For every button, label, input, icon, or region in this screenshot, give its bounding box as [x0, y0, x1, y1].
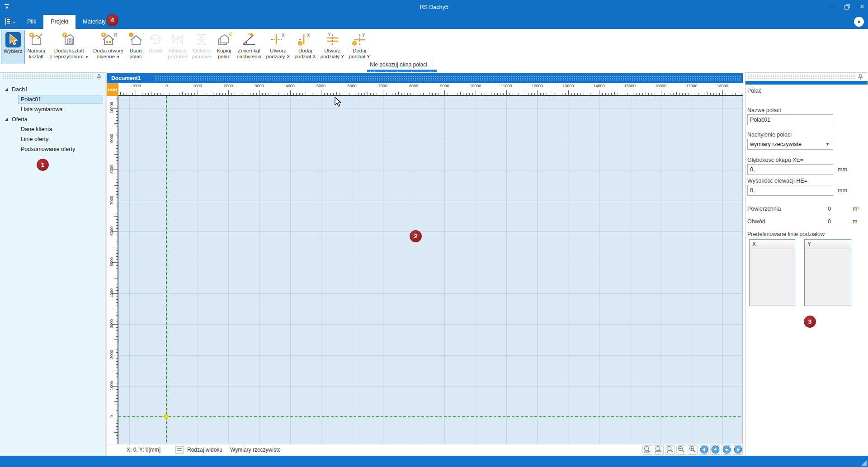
remove-roof-icon: −: [128, 31, 143, 48]
pan-right-button[interactable]: [733, 445, 743, 455]
ribbon-button-label: Odbiciepionowe: [192, 48, 212, 60]
ribbon-button-add-division-y[interactable]: Y+Dodajpodział Y: [347, 30, 373, 64]
chevron-down-icon: ▾: [13, 20, 15, 24]
minimize-button[interactable]: —: [824, 0, 839, 14]
pan-up-button[interactable]: [710, 445, 720, 455]
name-input[interactable]: [747, 114, 833, 125]
ribbon-button-create-divisions-x[interactable]: XUtwórzpodziały X: [264, 30, 292, 64]
roof-properties-panel: Połać Nazwa połaci Nachylenie połaci wym…: [745, 72, 867, 456]
drawing-canvas[interactable]: [118, 96, 743, 444]
ribbon-button-add-division-x[interactable]: X+Dodajpodział X: [292, 30, 318, 64]
ribbon-button-label: Usuńpołać: [129, 48, 142, 60]
ribbon-button-label: Wybierz: [4, 48, 22, 54]
draw-shape-icon: +: [28, 31, 44, 48]
ribbon-button-copy-roof[interactable]: CKopiujpołać: [213, 30, 234, 64]
perimeter-unit: m: [853, 218, 857, 225]
annotation-badge-1: 1: [37, 159, 49, 171]
pan-left-button[interactable]: [699, 445, 709, 455]
mirror-vertical-icon: [194, 31, 209, 48]
document-tab-bar[interactable]: Document1: [107, 73, 743, 83]
slope-label: Nachylenie połaci: [747, 132, 792, 138]
eaves-depth-input[interactable]: [747, 164, 833, 175]
ribbon-button-draw-shape[interactable]: +Narysujkształt: [25, 30, 47, 64]
pin-icon[interactable]: [857, 74, 863, 80]
ribbon-button-create-divisions-y[interactable]: YUtwórzpodziały Y: [318, 30, 347, 64]
divisions-y-listbox[interactable]: Y: [804, 239, 851, 306]
zoom-selection-button[interactable]: I: [665, 445, 675, 455]
app-menu-button[interactable]: ▾: [3, 16, 18, 28]
pan-down-button[interactable]: [722, 445, 731, 455]
ribbon-button-shape-repository[interactable]: R+Dodaj kształtz repozytorium ▼: [47, 30, 91, 64]
slope-dropdown[interactable]: wymiary rzeczywiste ▼: [747, 139, 833, 150]
document-tab[interactable]: Document1: [111, 73, 141, 83]
tree-item-linie-oferty[interactable]: Linie oferty: [0, 134, 105, 144]
svg-text:I: I: [667, 450, 668, 453]
close-button[interactable]: ✕: [856, 0, 868, 14]
ribbon-button-remove-roof[interactable]: −Usuńpołać: [126, 30, 146, 64]
h-ruler-label: 17000: [686, 84, 697, 88]
toggle-0[interactable]: Nie pokazuj okna połaci: [367, 61, 430, 69]
tree-item-podsumowanie-oferty[interactable]: Podsumowanie oferty: [0, 144, 105, 154]
mouse-cursor: [334, 97, 342, 108]
v-ruler-label: 8000: [109, 160, 114, 178]
view-type-icon: [175, 446, 184, 454]
elevation-height-input[interactable]: [747, 185, 833, 196]
ribbon-button-select-cursor[interactable]: Wybierz: [1, 30, 25, 64]
zoom-selection-icon: I: [666, 445, 674, 455]
predefined-divisions-label: Predefiniowane linie podziałów: [747, 231, 825, 237]
annotation-badge-3: 3: [804, 316, 816, 328]
ribbon-button-window-openings[interactable]: R+Dodaj otworyokienne ▼: [91, 30, 126, 64]
tree-expander-icon[interactable]: [5, 88, 8, 91]
h-ruler-label: -1000: [131, 84, 141, 88]
zoom-100-button[interactable]: 100: [642, 445, 652, 455]
tab-projekt[interactable]: Projekt: [43, 15, 75, 29]
add-division-y-icon: Y+: [351, 31, 368, 48]
divisions-x-listbox[interactable]: X: [749, 239, 795, 306]
zoom-out-button[interactable]: [676, 445, 686, 455]
tree-item-połać01[interactable]: Połać01: [0, 94, 105, 104]
ribbon-button-label: Narysujkształt: [27, 48, 45, 60]
tree-item-dach1[interactable]: Dach1: [0, 85, 105, 94]
tab-plik[interactable]: Plik: [20, 15, 43, 29]
pin-icon[interactable]: [96, 74, 102, 80]
divisions-x-header: X: [750, 240, 795, 249]
v-ruler-label: 0: [109, 407, 114, 425]
area-label: Powierzchnia: [747, 206, 781, 212]
zoom-100-icon: 100: [643, 445, 651, 455]
h-ruler-label: 10000: [470, 84, 481, 88]
h-ruler-label: 13000: [562, 84, 574, 88]
quick-access-customize-icon[interactable]: ▼: [4, 4, 10, 10]
window-title: RS Dachy5: [0, 0, 868, 15]
v-ruler-label: 7000: [109, 191, 114, 209]
tree-item-oferta[interactable]: Oferta: [0, 114, 105, 124]
h-ruler-label: 16000: [655, 84, 666, 88]
name-label: Nazwa połaci: [747, 107, 781, 113]
h-ruler-label: 15000: [624, 84, 636, 88]
create-divisions-x-icon: X: [270, 31, 286, 48]
svg-text:R: R: [68, 39, 72, 44]
zoom-page-width-button[interactable]: [654, 445, 664, 455]
panel-drag-strip[interactable]: [747, 74, 855, 80]
view-type-value[interactable]: Wymiary rzeczywiste: [230, 444, 281, 456]
area-value: 0: [828, 206, 831, 212]
ribbon-button-label: Obróć: [148, 48, 162, 54]
ribbon-tab-row: ▾ PlikProjektMateriały: [0, 15, 868, 29]
zoom-in-button[interactable]: [688, 445, 698, 455]
collapse-ribbon-button[interactable]: ▲: [854, 17, 864, 27]
restore-button[interactable]: [840, 0, 855, 14]
v-ruler-label: 1000: [109, 377, 114, 395]
zoom-toolbar: 100I: [642, 445, 743, 455]
resize-grip[interactable]: [861, 460, 867, 466]
v-ruler-label: 10000: [109, 99, 114, 117]
ribbon-tabs: PlikProjektMateriały: [20, 15, 113, 29]
rotate-90-icon: 90°: [148, 31, 163, 48]
tree-item-dane-klienta[interactable]: Dane klienta: [0, 124, 105, 134]
tree-item-lista-wymiarowa[interactable]: Lista wymiarowa: [0, 104, 105, 114]
ribbon-button-change-slope-angle[interactable]: Zmień kątnachylenia: [234, 30, 264, 64]
cursor-coordinates: X: 0, Y: 0[mm]: [127, 444, 160, 456]
h-ruler-label: 0: [165, 84, 168, 88]
svg-text:+: +: [30, 33, 33, 37]
chevron-down-icon: ▼: [826, 139, 830, 149]
panel-drag-strip[interactable]: [3, 74, 93, 80]
tree-expander-icon[interactable]: [5, 118, 8, 121]
